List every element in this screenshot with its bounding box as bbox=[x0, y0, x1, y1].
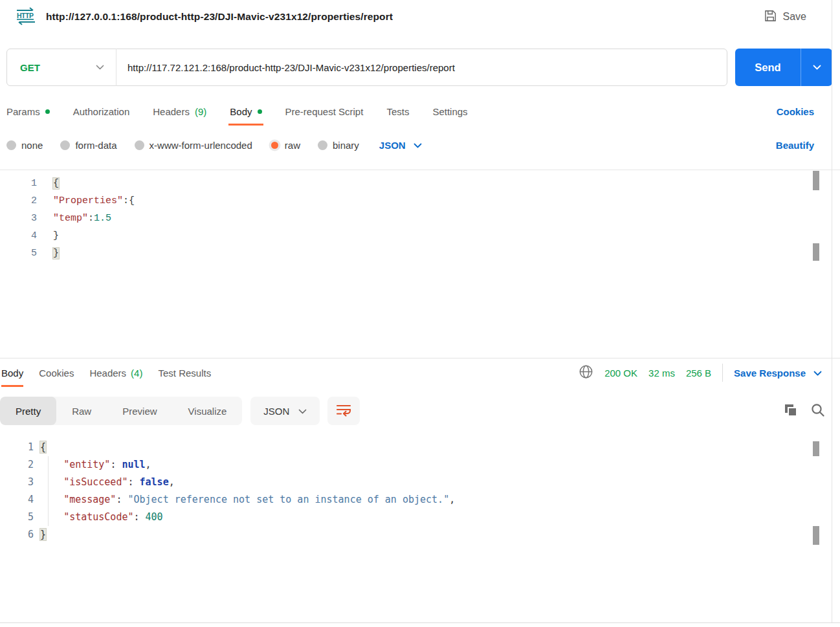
response-size: 256 B bbox=[686, 368, 711, 379]
line-number: 2 bbox=[0, 192, 37, 210]
code-line: 5} bbox=[0, 245, 840, 262]
radio-label: raw bbox=[285, 140, 300, 151]
method-label: GET bbox=[20, 62, 40, 73]
response-actions bbox=[783, 402, 826, 420]
line-number: 5 bbox=[0, 509, 34, 526]
chevron-down-icon bbox=[96, 63, 104, 72]
response-tab-headers[interactable]: Headers(4) bbox=[89, 358, 142, 387]
tab-label: Authorization bbox=[73, 106, 130, 117]
network-globe-icon bbox=[579, 364, 593, 381]
code-line: 4 "message": "Object reference not set t… bbox=[0, 491, 840, 509]
wrap-text-button[interactable] bbox=[327, 397, 360, 425]
save-icon bbox=[764, 9, 777, 25]
body-mode-form-data[interactable]: form-data bbox=[60, 140, 116, 151]
tab-label: Tests bbox=[386, 106, 409, 117]
view-mode-visualize[interactable]: Visualize bbox=[173, 397, 243, 425]
request-tab-settings[interactable]: Settings bbox=[432, 97, 467, 126]
line-content: "isSucceed": false, bbox=[34, 474, 175, 491]
radio-icon bbox=[60, 140, 70, 150]
view-mode-raw[interactable]: Raw bbox=[56, 397, 107, 425]
line-content: } bbox=[37, 245, 59, 262]
beautify-link[interactable]: Beautify bbox=[776, 140, 814, 151]
radio-icon bbox=[318, 140, 327, 150]
request-body-editor[interactable]: 1{2"Properties":{3"temp":1.54}5} bbox=[0, 170, 840, 358]
response-tab-test-results[interactable]: Test Results bbox=[158, 358, 211, 387]
request-tab-body[interactable]: Body bbox=[230, 97, 261, 126]
request-editor-scrollbar-thumb[interactable] bbox=[813, 171, 819, 190]
request-tab-headers[interactable]: Headers(9) bbox=[153, 97, 206, 126]
copy-response-button[interactable] bbox=[783, 402, 799, 420]
content-type-label: JSON bbox=[379, 140, 406, 151]
body-mode-binary[interactable]: binary bbox=[318, 140, 359, 151]
line-content: "message": "Object reference not set to … bbox=[34, 491, 455, 509]
body-mode-radios: noneform-datax-www-form-urlencodedrawbin… bbox=[6, 140, 377, 151]
radio-label: x-www-form-urlencoded bbox=[149, 140, 252, 151]
line-content: "Properties":{ bbox=[37, 192, 135, 210]
radio-label: form-data bbox=[75, 140, 116, 151]
response-language-label: JSON bbox=[263, 406, 289, 417]
wrap-text-icon bbox=[335, 402, 352, 419]
content-right-border bbox=[832, 0, 832, 622]
radio-icon bbox=[135, 140, 144, 150]
response-tab-body[interactable]: Body bbox=[1, 358, 23, 387]
save-response-button[interactable]: Save Response bbox=[734, 368, 822, 379]
tab-label: Cookies bbox=[39, 368, 74, 379]
body-mode-none[interactable]: none bbox=[6, 140, 43, 151]
request-tab-params[interactable]: Params bbox=[6, 97, 50, 126]
body-mode-x-www-form-urlencoded[interactable]: x-www-form-urlencoded bbox=[135, 140, 252, 151]
code-line: 1{ bbox=[0, 439, 840, 456]
request-tab-authorization[interactable]: Authorization bbox=[73, 97, 130, 126]
save-button[interactable]: Save bbox=[764, 9, 806, 25]
response-time: 32 ms bbox=[648, 368, 675, 379]
body-mode-row: noneform-datax-www-form-urlencodedrawbin… bbox=[0, 131, 840, 159]
chevron-down-icon bbox=[414, 140, 422, 151]
code-line: 6} bbox=[0, 526, 840, 544]
request-tab-pre-request-script[interactable]: Pre-request Script bbox=[285, 97, 364, 126]
line-number: 2 bbox=[0, 456, 34, 474]
code-line: 2 "entity": null, bbox=[0, 456, 840, 474]
line-content: { bbox=[34, 439, 46, 456]
radio-icon bbox=[271, 142, 278, 149]
response-view-segments: PrettyRawPreviewVisualize bbox=[0, 397, 242, 425]
tab-label: Headers bbox=[89, 368, 126, 379]
content-bottom-border bbox=[0, 622, 840, 623]
url-input[interactable] bbox=[116, 49, 727, 85]
tab-label: Params bbox=[6, 106, 40, 117]
line-content: } bbox=[37, 227, 59, 245]
response-language-dropdown[interactable]: JSON bbox=[250, 397, 320, 425]
chevron-down-icon bbox=[813, 368, 822, 379]
line-content: "temp":1.5 bbox=[37, 210, 111, 227]
chevron-down-icon bbox=[298, 406, 307, 417]
line-number: 6 bbox=[0, 526, 34, 544]
request-editor-overview-mark bbox=[813, 243, 819, 261]
response-view-toolbar: PrettyRawPreviewVisualize JSON bbox=[0, 397, 840, 425]
request-tab-tests[interactable]: Tests bbox=[386, 97, 409, 126]
radio-label: none bbox=[21, 140, 43, 151]
line-content: } bbox=[34, 526, 46, 544]
status-code: 200 OK bbox=[604, 368, 637, 379]
tab-count-badge: (9) bbox=[195, 106, 206, 117]
code-line: 3"temp":1.5 bbox=[0, 210, 840, 227]
search-response-button[interactable] bbox=[810, 402, 826, 420]
view-mode-pretty[interactable]: Pretty bbox=[0, 397, 56, 425]
response-editor-scrollbar-thumb[interactable] bbox=[813, 441, 819, 456]
radio-icon bbox=[6, 140, 16, 150]
response-body-editor[interactable]: 1{2 "entity": null,3 "isSucceed": false,… bbox=[0, 439, 840, 562]
response-section: BodyCookiesHeaders(4)Test Results 200 OK… bbox=[0, 358, 840, 562]
code-line: 2"Properties":{ bbox=[0, 192, 840, 210]
search-icon bbox=[810, 402, 826, 420]
response-tab-cookies[interactable]: Cookies bbox=[39, 358, 74, 387]
body-mode-raw[interactable]: raw bbox=[270, 140, 300, 151]
send-options-chevron-icon[interactable] bbox=[801, 65, 832, 71]
response-status-bar: 200 OK 32 ms 256 B Save Response bbox=[579, 364, 822, 382]
tab-label: Test Results bbox=[158, 368, 211, 379]
view-mode-preview[interactable]: Preview bbox=[107, 397, 172, 425]
request-tabs: ParamsAuthorizationHeaders(9)BodyPre-req… bbox=[0, 97, 840, 126]
response-tabs-list: BodyCookiesHeaders(4)Test Results bbox=[1, 358, 227, 387]
method-dropdown[interactable]: GET bbox=[7, 49, 116, 85]
cookies-link[interactable]: Cookies bbox=[777, 106, 814, 117]
line-number: 4 bbox=[0, 491, 34, 509]
send-button[interactable]: Send bbox=[735, 49, 832, 86]
save-response-label: Save Response bbox=[734, 368, 806, 379]
content-type-dropdown[interactable]: JSON bbox=[379, 140, 422, 151]
